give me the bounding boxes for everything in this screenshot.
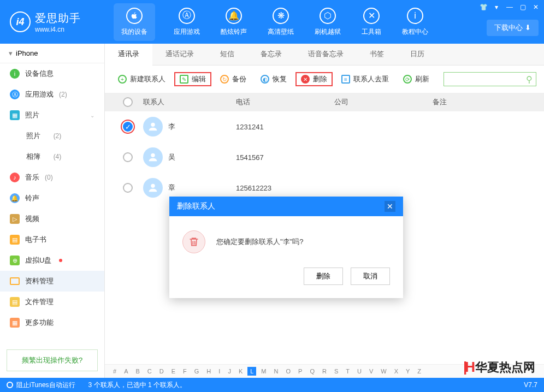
nav-my-device[interactable]: 我的设备 [114,3,155,41]
dedupe-icon: ≡ [341,75,350,84]
search-icon: ⚲ [526,74,533,85]
sidebar-item-more[interactable]: ▦更多功能 [0,312,104,333]
sidebar-item-videos[interactable]: ▷视频 [0,209,104,229]
alpha-V[interactable]: V [366,367,376,376]
alpha-J[interactable]: J [225,367,234,376]
delete-button[interactable]: ✕删除 [295,72,333,86]
alpha-L[interactable]: L [247,367,256,376]
restore-button[interactable]: ◐恢复 [255,72,292,86]
sidebar-item-music[interactable]: ♪音乐(0) [0,167,104,188]
tab-calllog[interactable]: 通话记录 [152,44,207,65]
alpha-B[interactable]: B [133,367,142,376]
row-checkbox[interactable] [123,183,133,193]
alpha-G[interactable]: G [192,367,202,376]
tab-contacts[interactable]: 通讯录 [105,44,152,66]
avatar-icon [143,117,163,136]
book-icon: ▤ [10,235,20,245]
svg-point-0 [151,123,155,127]
new-contact-button[interactable]: +新建联系人 [113,72,171,86]
nav-flash[interactable]: ⬡刷机越狱 [312,3,343,41]
nav-tools[interactable]: ✕工具箱 [359,3,383,41]
alpha-O[interactable]: O [283,367,293,376]
alpha-#[interactable]: # [110,367,119,376]
refresh-icon: ⟳ [403,75,412,84]
alpha-Z[interactable]: Z [415,367,424,376]
sidebar-item-datamanage[interactable]: 资料管理 [0,271,104,292]
nav-apps[interactable]: Ⓐ应用游戏 [172,3,202,41]
itunes-toggle[interactable]: 阻止iTunes自动运行 [7,381,75,390]
row-checkbox[interactable]: ✓ [123,122,133,132]
nav-wallpapers[interactable]: ❋高清壁纸 [265,3,296,41]
alpha-P[interactable]: P [295,367,305,376]
radio-icon [7,382,13,388]
sidebar-item-apps[interactable]: Ⓐ应用游戏(2) [0,84,104,105]
apple-icon [126,8,143,24]
close-icon[interactable]: ✕ [532,3,540,11]
alpha-H[interactable]: H [204,367,214,376]
sidebar-item-deviceinfo[interactable]: i设备信息 [0,63,104,84]
alpha-Y[interactable]: Y [403,367,412,376]
logo-icon: i4 [10,11,31,32]
dropdown-icon[interactable]: ▾ [493,3,500,11]
tab-sms[interactable]: 短信 [207,44,247,65]
tab-voicememo[interactable]: 语音备忘录 [295,44,357,65]
select-all-checkbox[interactable] [123,97,133,107]
tabs: 通讯录 通话记录 短信 备忘录 语音备忘录 书签 日历 [105,44,544,66]
sidebar-item-ringtones[interactable]: 🔔铃声 [0,188,104,209]
table-row[interactable]: 吴 1541567 [105,142,544,173]
alpha-N[interactable]: N [271,367,281,376]
alpha-T[interactable]: T [343,367,352,376]
table-row[interactable]: ✓ 李 1231241 [105,111,544,142]
alpha-D[interactable]: D [157,367,167,376]
alpha-U[interactable]: U [354,367,364,376]
alpha-X[interactable]: X [392,367,401,376]
nav-tutorials[interactable]: i教程中心 [400,3,430,41]
tab-calendar[interactable]: 日历 [397,44,437,65]
dialog-cancel-button[interactable]: 取消 [351,268,390,285]
maximize-icon[interactable]: ▢ [519,3,527,11]
alpha-C[interactable]: C [145,367,155,376]
edit-button[interactable]: ✎编辑 [174,72,211,86]
sidebar-subitem-albums[interactable]: 相簿 (4) [0,146,104,167]
tab-bookmarks[interactable]: 书签 [357,44,397,65]
sidebar-item-ebooks[interactable]: ▤电子书 [0,229,104,250]
device-selector[interactable]: ▾iPhone [0,44,104,63]
sidebar-subitem-photos[interactable]: 照片 (2) [0,126,104,146]
shirt-icon[interactable]: 👕 [480,3,487,11]
alpha-W[interactable]: W [378,367,389,376]
music-icon: ♪ [10,173,20,182]
alpha-F[interactable]: F [180,367,190,376]
sidebar: ▾iPhone i设备信息 Ⓐ应用游戏(2) ▦照片⌄ 照片 (2) 相簿 (4… [0,44,105,378]
refresh-button[interactable]: ⟳刷新 [398,72,435,86]
minimize-icon[interactable]: — [506,3,513,11]
alpha-R[interactable]: R [320,367,329,376]
app-store-icon: Ⓐ [179,8,195,24]
contact-rows: ✓ 李 1231241 吴 1541567 章 125612223 [105,111,544,203]
restore-icon: ◐ [261,75,269,84]
alpha-K[interactable]: K [236,367,245,376]
nav-ringtones[interactable]: 🔔酷炫铃声 [218,3,249,41]
sidebar-item-udisk[interactable]: ⊕虚拟U盘 [0,250,104,271]
dialog-confirm-button[interactable]: 删除 [304,268,343,285]
status-text: 3 个联系人，已选中 1 个联系人。 [88,381,186,390]
row-checkbox[interactable] [123,152,133,162]
help-link[interactable]: 频繁出现操作失败? [7,349,98,371]
svg-point-2 [151,184,155,188]
tab-notes[interactable]: 备忘录 [247,44,295,65]
alpha-S[interactable]: S [332,367,341,376]
alpha-I[interactable]: I [216,367,223,376]
alpha-A[interactable]: A [121,367,131,376]
search-input[interactable]: ⚲ [444,72,536,86]
alpha-Q[interactable]: Q [307,367,317,376]
alpha-E[interactable]: E [169,367,178,376]
dedupe-button[interactable]: ≡联系人去重 [336,72,394,86]
download-center-button[interactable]: 下载中心 ⬇ [487,20,539,36]
contact-phone: 1231241 [236,123,334,131]
info-icon: i [407,8,423,24]
dialog-close-button[interactable]: ✕ [385,201,395,212]
app-header: i4 爱思助手 www.i4.cn 我的设备 Ⓐ应用游戏 🔔酷炫铃声 ❋高清壁纸… [0,0,544,44]
sidebar-item-photos[interactable]: ▦照片⌄ [0,105,104,126]
backup-button[interactable]: ↻备份 [215,72,252,86]
sidebar-item-filemanage[interactable]: ▤文件管理 [0,292,104,312]
alpha-M[interactable]: M [258,367,269,376]
